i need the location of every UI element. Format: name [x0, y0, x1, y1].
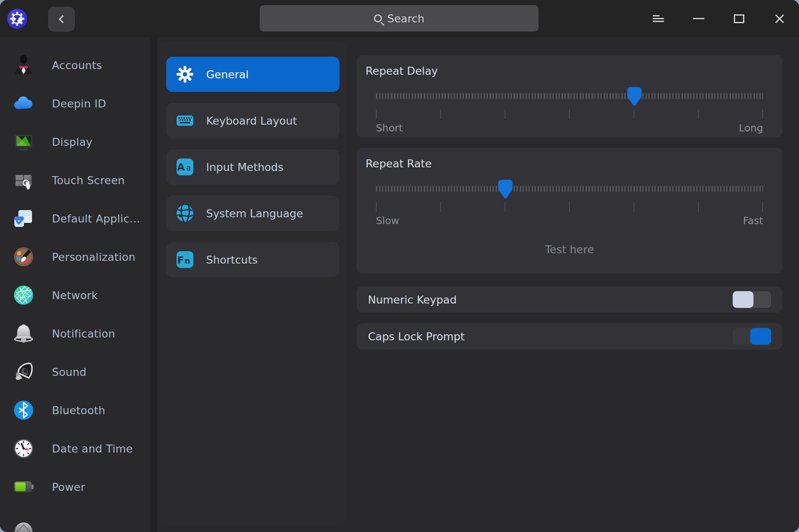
search-placeholder: Search [388, 12, 425, 25]
repeat-rate-card: Repeat Rate Slow Fast Test here [357, 148, 782, 274]
maximize-icon[interactable] [733, 13, 745, 25]
toggle-knob [750, 328, 771, 345]
tab-shortcuts[interactable]: Fn Shortcuts [166, 242, 340, 277]
general-settings-content: Repeat Delay Short Long Repeat Rate [347, 37, 799, 532]
search-input[interactable]: Search [260, 5, 539, 32]
sidebar-item-deepin-id[interactable]: Deepin ID [0, 84, 150, 123]
cloud-icon [13, 93, 34, 114]
search-icon [374, 14, 382, 22]
sidebar-item-label: Power [52, 481, 85, 493]
tab-system-language[interactable]: System Language [166, 196, 340, 231]
numeric-keypad-label: Numeric Keypad [368, 294, 457, 306]
app-logo-gear-icon [7, 9, 27, 29]
tab-label: Keyboard Layout [206, 115, 297, 127]
repeat-delay-slider-handle[interactable] [627, 87, 642, 106]
caps-lock-prompt-row: Caps Lock Prompt [357, 323, 782, 349]
repeat-rate-ticks [376, 202, 763, 212]
close-icon[interactable] [773, 13, 785, 25]
repeat-delay-max-label: Long [739, 122, 763, 134]
sidebar-item-power[interactable]: Power [0, 468, 150, 506]
repeat-delay-card: Repeat Delay Short Long [357, 55, 782, 137]
input-aa-icon: Aa [176, 158, 194, 176]
monitor-icon [13, 131, 34, 153]
sidebar-item-label: Sound [52, 366, 87, 378]
titlebar: Search [0, 0, 799, 37]
tab-label: Shortcuts [206, 254, 258, 266]
back-button[interactable] [48, 7, 75, 32]
clock-icon [13, 438, 34, 459]
minimize-icon[interactable] [693, 13, 705, 25]
chevron-left-icon [59, 15, 67, 23]
tab-keyboard-layout[interactable]: Keyboard Layout [166, 103, 340, 138]
gear-icon [176, 65, 194, 83]
bell-icon [13, 323, 34, 344]
touchscreen-icon [13, 169, 34, 191]
sidebar-item-label: Bluetooth [52, 404, 105, 417]
repeat-delay-ticks [376, 109, 763, 119]
sidebar-item-personalization[interactable]: Personalization [0, 238, 150, 276]
sidebar-item-label: Notification [52, 328, 115, 340]
default-apps-icon [13, 208, 34, 229]
sidebar-item-display[interactable]: Display [0, 123, 150, 161]
sidebar-item-label: Display [52, 136, 93, 148]
tab-label: Input Methods [206, 161, 284, 173]
test-here-input[interactable]: Test here [366, 243, 773, 256]
sidebar-item-bluetooth[interactable]: Bluetooth [0, 391, 150, 429]
window-controls [652, 0, 785, 37]
sidebar-item-label: Deepin ID [52, 97, 106, 110]
sidebar-item-accounts[interactable]: Accounts [0, 46, 150, 84]
svg-text:n: n [185, 256, 190, 266]
settings-window: Search Accounts Deepin ID Displa [0, 0, 799, 532]
fn-key-icon: Fn [176, 250, 194, 269]
sidebar-item-label: Accounts [52, 59, 102, 71]
speaker-icon [13, 361, 34, 383]
repeat-delay-min-label: Short [376, 122, 403, 134]
repeat-rate-max-label: Fast [743, 215, 763, 226]
repeat-rate-title: Repeat Rate [366, 157, 773, 170]
repeat-delay-title: Repeat Delay [366, 65, 773, 77]
palette-icon [13, 246, 34, 268]
tab-input-methods[interactable]: Aa Input Methods [166, 149, 340, 185]
svg-text:a: a [186, 163, 191, 172]
sidebar-item-sound[interactable]: Sound [0, 353, 150, 391]
sidebar-item-mouse[interactable] [0, 506, 150, 532]
sidebar-item-network[interactable]: Network [0, 276, 150, 314]
caps-lock-prompt-label: Caps Lock Prompt [368, 330, 465, 343]
numeric-keypad-row: Numeric Keypad [357, 286, 782, 313]
svg-text:A: A [177, 161, 185, 173]
repeat-rate-slider[interactable] [376, 186, 763, 192]
tab-general[interactable]: General [166, 57, 340, 92]
mouse-icon [13, 514, 34, 532]
sidebar-item-default-applications[interactable]: Default Applic... [0, 199, 150, 238]
sidebar-divider [150, 37, 157, 532]
toggle-knob [733, 291, 753, 308]
caps-lock-prompt-toggle[interactable] [733, 328, 771, 345]
sidebar-item-label: Network [52, 289, 98, 302]
sidebar-item-label: Personalization [52, 251, 135, 263]
sidebar-item-date-time[interactable]: Date and Time [0, 429, 150, 468]
keyboard-nav-panel: General Keyboard Layout Aa Input Methods… [157, 42, 347, 525]
tab-label: General [206, 68, 248, 81]
bluetooth-icon [13, 399, 34, 421]
menu-icon[interactable] [652, 13, 664, 25]
sidebar-item-touch-screen[interactable]: Touch Screen [0, 161, 150, 199]
sidebar: Accounts Deepin ID Display Touch Screen [0, 37, 150, 532]
repeat-delay-slider[interactable] [376, 93, 763, 99]
repeat-rate-min-label: Slow [376, 215, 400, 226]
sidebar-item-notification[interactable]: Notification [0, 314, 150, 353]
sidebar-item-label: Touch Screen [52, 174, 125, 187]
repeat-rate-slider-handle[interactable] [498, 180, 513, 199]
accounts-icon [13, 54, 34, 76]
numeric-keypad-toggle[interactable] [733, 291, 771, 308]
sidebar-item-label: Date and Time [52, 443, 133, 455]
keyboard-icon [176, 111, 194, 130]
network-globe-icon [13, 284, 34, 306]
language-globe-icon [176, 204, 194, 222]
battery-icon [13, 476, 34, 498]
tab-label: System Language [206, 207, 303, 220]
sidebar-item-label: Default Applic... [52, 212, 140, 225]
svg-text:F: F [177, 255, 184, 266]
